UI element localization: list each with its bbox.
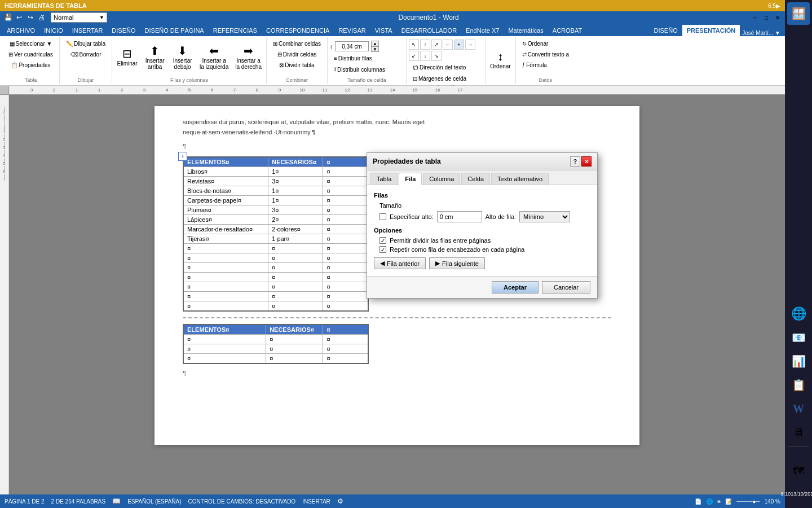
tab-acrobat[interactable]: ACROBAT <box>548 25 586 36</box>
fila-siguiente-button[interactable]: ▶ Fila siguiente <box>429 257 485 269</box>
repetir-filas-button[interactable]: ↻ Ordenar <box>518 38 573 49</box>
distribuir-columnas-button[interactable]: ⫴ Distribuir columnas <box>330 64 389 75</box>
taskbar-maps-icon[interactable]: 🗺 <box>787 459 810 482</box>
tab-diseno-pagina[interactable]: DISEÑO DE PÁGINA <box>140 25 209 36</box>
align-br-button[interactable]: ↘ <box>431 51 442 61</box>
zoom-level[interactable]: 140 % <box>765 498 780 505</box>
table-properties-dialog[interactable]: Propiedades de tabla ? ✕ Tabla Fila Colu… <box>367 152 598 299</box>
tab-vista[interactable]: VISTA <box>370 25 397 36</box>
view-icon-draft[interactable]: 📝 <box>725 498 732 505</box>
repetir-encabezado-checkbox[interactable]: ✓ <box>379 246 386 253</box>
view-icon-outline[interactable]: ≡ <box>717 498 721 505</box>
direccion-texto-button[interactable]: ⮔ Dirección del texto <box>409 62 483 72</box>
tab-revisar[interactable]: REVISAR <box>334 25 370 36</box>
minimize-button[interactable]: ─ <box>750 13 760 22</box>
align-bc-button[interactable]: ↓ <box>420 51 430 61</box>
aceptar-button[interactable]: Aceptar <box>492 281 539 294</box>
dividir-celdas-button[interactable]: ⊟ Dividir celdas <box>273 49 320 59</box>
taskbar-excel-icon[interactable]: 📊 <box>787 350 810 373</box>
taskbar-monitor-icon[interactable]: 🖥 <box>787 421 810 444</box>
close-button[interactable]: ✕ <box>773 13 783 22</box>
undo-qat-button[interactable]: ↩ <box>14 12 25 23</box>
margenes-celda-button[interactable]: ⊡ Márgenes de celda <box>409 73 483 84</box>
cancelar-button[interactable]: Cancelar <box>542 281 590 294</box>
insertar-izquierda-button[interactable]: ⬅ Insertar ala izquierda <box>197 41 231 75</box>
taskbar-start-button[interactable]: 🪟 <box>787 2 810 25</box>
dialog-close-button[interactable]: ✕ <box>581 156 592 167</box>
align-mc-button[interactable]: + <box>454 40 464 50</box>
zoom-slider[interactable]: ────●─ <box>736 498 760 505</box>
view-icon-print[interactable]: 📄 <box>695 498 701 505</box>
dialog-help-button[interactable]: ? <box>570 156 580 167</box>
dialog-tab-columna[interactable]: Columna <box>423 173 460 185</box>
propiedades-button[interactable]: 📋 Propiedades <box>7 60 54 70</box>
tab-archivo[interactable]: ARCHIVO <box>2 25 39 36</box>
align-mr-button[interactable]: → <box>465 40 475 50</box>
height-up-spinner[interactable]: ▲ <box>371 41 379 46</box>
table-move-handle[interactable]: + <box>178 152 187 161</box>
group-tabla-label: Tabla <box>5 76 57 83</box>
spell-check-icon[interactable]: 📖 <box>112 497 121 505</box>
tab-referencias[interactable]: REFERENCIAS <box>209 25 262 36</box>
cell-height-input[interactable] <box>335 41 369 51</box>
convertir-texto-button[interactable]: ⇌ Convertir texto a <box>518 49 573 59</box>
dibujar-tabla-button[interactable]: ✏️ Dibujar tabla <box>62 38 109 49</box>
height-down-spinner[interactable]: ▼ <box>371 46 379 52</box>
style-dropdown[interactable]: Normal ▼ <box>51 12 107 23</box>
ordenar-button[interactable]: ↕ Ordenar <box>488 43 513 77</box>
macro-icon[interactable]: ⚙ <box>337 497 343 505</box>
ver-cuadriculas-button[interactable]: ⊞ Ver cuadrículas <box>5 49 57 59</box>
formula-button[interactable]: ƒ Fórmula <box>518 60 573 70</box>
especificar-alto-checkbox[interactable] <box>379 213 386 220</box>
insertar-debajo-button[interactable]: ⬇ Insertardebajo <box>170 41 195 75</box>
language-indicator[interactable]: ESPAÑOL (ESPAÑA) <box>127 498 181 505</box>
taskbar-outlook-icon[interactable]: 📧 <box>787 326 810 349</box>
tab-diseno-tabla[interactable]: DISEÑO <box>650 25 682 36</box>
tab-correspondencia[interactable]: CORRESPONDENCIA <box>262 25 334 36</box>
word-count[interactable]: 2 DE 254 PALABRAS <box>51 498 106 505</box>
align-ml-button[interactable]: ← <box>443 40 453 50</box>
distribuir-filas-button[interactable]: ≡ Distribuir filas <box>330 53 376 63</box>
insert-mode[interactable]: INSERTAR <box>302 498 330 505</box>
taskbar-word-icon[interactable]: W <box>787 397 810 420</box>
print-qat-button[interactable]: 🖨 <box>36 12 47 23</box>
taskbar-browser-icon[interactable]: 🌐 <box>787 303 810 325</box>
combinar-celdas-button[interactable]: ⊞ Combinar celdas <box>269 38 325 49</box>
taskbar-onenote-icon[interactable]: 📋 <box>787 374 810 396</box>
tab-presentacion[interactable]: PRESENTACIÓN <box>682 25 740 36</box>
align-tr-button[interactable]: ↗ <box>431 40 442 50</box>
tab-insertar[interactable]: INSERTAR <box>68 25 108 36</box>
eliminar-button[interactable]: ⊟ Eliminar <box>114 41 140 75</box>
insertar-arriba-button[interactable]: ⬆ Insertararriba <box>142 41 167 75</box>
align-tc-button[interactable]: ↑ <box>420 40 430 50</box>
fila-anterior-button[interactable]: ◀ Fila anterior <box>374 257 426 269</box>
tab-endnote[interactable]: EndNote X7 <box>461 25 504 36</box>
alto-value-input[interactable] <box>437 211 482 222</box>
dividir-tabla-button[interactable]: ⊠ Dividir tabla <box>275 60 318 70</box>
tab-matematicas[interactable]: Matemáticas <box>504 25 548 36</box>
tab-desarrollador[interactable]: DESARROLLADOR <box>397 25 461 36</box>
insertar-derecha-button[interactable]: ➡ Insertar ala derecha <box>233 41 264 75</box>
group-filas-columnas-label: Filas y columnas <box>114 76 264 83</box>
redo-qat-button[interactable]: ↪ <box>25 12 36 23</box>
seleccionar-button[interactable]: ▦ Seleccionar ▼ <box>6 38 56 49</box>
dialog-tab-celda[interactable]: Celda <box>461 173 490 185</box>
permitir-dividir-checkbox[interactable]: ✓ <box>379 237 386 244</box>
dialog-tab-fila[interactable]: Fila <box>399 173 422 185</box>
especificar-alto-label: Especificar alto: <box>390 213 434 220</box>
dialog-tab-tabla[interactable]: Tabla <box>370 173 398 185</box>
borrador-button[interactable]: ⌫ Borrador <box>67 49 105 59</box>
page-indicator[interactable]: PÁGINA 1 DE 2 <box>5 498 45 505</box>
tab-diseno[interactable]: DISEÑO <box>107 25 140 36</box>
dialog-tab-texto-alt[interactable]: Texto alternativo <box>491 173 549 185</box>
alto-fila-select[interactable]: Mínimo Exacto <box>519 211 570 222</box>
track-changes[interactable]: CONTROL DE CAMBIOS: DESACTIVADO <box>188 498 296 505</box>
align-tl-button[interactable]: ↖ <box>409 40 419 50</box>
maximize-button[interactable]: □ <box>761 13 771 22</box>
view-icon-web[interactable]: 🌐 <box>706 498 713 505</box>
align-bl-button[interactable]: ↙ <box>409 51 419 61</box>
tab-inicio[interactable]: INICIO <box>39 25 68 36</box>
group-tabla: ▦ Seleccionar ▼ ⊞ Ver cuadrículas 📋 Prop… <box>2 37 60 84</box>
save-qat-button[interactable]: 💾 <box>2 12 14 23</box>
horizontal-ruler: ·3· ·2· ·1· ·1· ·2· ·3· ·4· ·5· ·6· ·7· … <box>0 86 785 95</box>
